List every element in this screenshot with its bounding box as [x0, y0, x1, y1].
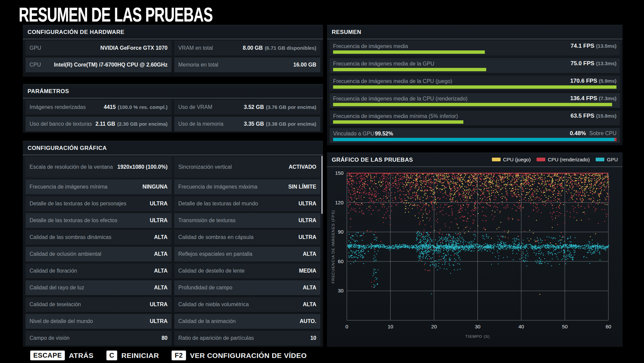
setting-label: Calidad del rayo de luz — [30, 284, 84, 291]
setting-value: ULTRA — [298, 234, 316, 240]
y-tick-label: 30 — [338, 288, 343, 293]
settings-row: Escala de resolución de la ventana1920x1… — [26, 157, 320, 177]
gpu-bound-bar-teal — [333, 138, 614, 141]
setting-value: ACTIVADO — [289, 164, 316, 170]
summary-metric-row: Frecuencia de imágenes media de la CPU (… — [330, 76, 620, 90]
parameters-title: PARÁMETROS — [23, 84, 323, 98]
setting-label: Calidad de oclusión ambiental — [30, 251, 101, 257]
setting-value: ALTA — [154, 251, 168, 257]
settings-row: GPUNVIDIA GeForce GTX 1070VRAM en total8… — [26, 41, 320, 55]
chart-legend: CPU (juego)CPU (renderizado)GPU — [492, 157, 618, 162]
metric-values: 136.4 FPS(7.3ms) — [570, 95, 616, 102]
settings-row: CPUIntel(R) Core(TM) i7-6700HQ CPU @ 2.6… — [26, 57, 320, 72]
setting-value-group: ALTA — [154, 268, 168, 274]
footer-action[interactable]: F2VER CONFIGURACIÓN DE VÍDEO — [172, 351, 307, 360]
summary-metric-row: Frecuencia de imágenes media de la CPU (… — [330, 93, 620, 108]
metric-fps-value: 170.6 FPS — [570, 78, 597, 84]
setting-label: Calidad de floración — [30, 268, 77, 274]
metric-fps-value: 136.4 FPS — [570, 95, 597, 102]
benchmark-chart-panel: GRÁFICO DE LAS PRUEBAS CPU (juego)CPU (r… — [327, 153, 623, 347]
metric-fps-value: 75.0 FPS — [570, 60, 594, 67]
setting-value-extra: (6.71 GB disponibles) — [265, 45, 316, 51]
setting-cell: Profundidad de campoALTA — [174, 280, 320, 295]
hardware-config-title: CONFIGURACIÓN DE HARDWARE — [23, 25, 323, 39]
page-title: RESUMEN DE LAS PRUEBAS — [19, 3, 213, 26]
graphics-config-panel: CONFIGURACIÓN GRÁFICA Escala de resoluci… — [23, 141, 323, 347]
setting-cell: VRAM en total8.00 GB(6.71 GB disponibles… — [174, 41, 320, 55]
graphics-scrollbar[interactable] — [321, 156, 323, 214]
setting-label: Frecuencia de imágenes mínima — [30, 184, 107, 190]
summary-metric-row: Frecuencia de imágenes media mínima (5% … — [330, 111, 620, 125]
metric-values: 63.5 FPS(15.8ms) — [570, 113, 616, 119]
legend-item: GPU — [596, 157, 618, 162]
metric-fps-value: 63.5 FPS — [570, 113, 594, 119]
legend-swatch — [537, 158, 545, 161]
setting-label: Transmisión de texturas — [178, 217, 235, 224]
footer-action[interactable]: CREINICIAR — [106, 351, 159, 360]
setting-cell: Transmisión de texturasULTRA — [174, 213, 320, 228]
setting-cell: Campo de visión80 — [26, 331, 172, 346]
setting-value: 8.00 GB — [243, 45, 263, 51]
setting-label: Ratio de aparición de partículas — [178, 335, 254, 341]
setting-cell: Nivel de detalle del mundoULTRA — [26, 314, 172, 329]
keycap-f2[interactable]: F2 — [172, 351, 186, 360]
setting-value: ALTA — [154, 268, 168, 274]
metric-label: Frecuencia de imágenes media mínima (5% … — [333, 113, 458, 119]
setting-value-group: 2.11 GB(2.30 GB por encima) — [95, 121, 168, 127]
setting-label: Calidad de la animación — [178, 318, 236, 324]
setting-cell: Detalle de las texturas de los personaje… — [26, 196, 172, 211]
setting-cell: Frecuencia de imágenes máximaSIN LÍMITE — [174, 179, 320, 194]
setting-label: Profundidad de campo — [178, 284, 232, 291]
setting-value-group: MEDIA — [299, 268, 316, 274]
y-tick-label: 150 — [335, 170, 343, 176]
setting-cell: Calidad de la animaciónAUTO. — [174, 314, 320, 329]
setting-label: Detalle de las texturas de los personaje… — [30, 200, 126, 207]
footer-action[interactable]: ESCAPEATRÁS — [30, 351, 94, 360]
fps-cap-line-red — [347, 173, 608, 173]
summary-metric-row: Frecuencia de imágenes media de la GPU75… — [330, 58, 620, 73]
legend-item: CPU (juego) — [492, 157, 531, 162]
gpu-bound-row: Vinculado a GPU99.52%0.48%Sobre CPU — [330, 128, 620, 143]
metric-bar-track — [333, 120, 616, 124]
setting-cell: Uso del banco de texturas2.11 GB(2.30 GB… — [26, 117, 172, 131]
metric-bar-track — [333, 85, 616, 89]
cpu-bound-values: 0.48%Sobre CPU — [570, 130, 616, 137]
setting-value-group: 4415(100.0 % res. compl.) — [104, 104, 168, 110]
setting-cell: CPUIntel(R) Core(TM) i7-6700HQ CPU @ 2.6… — [26, 57, 172, 72]
gpu-bound-bar-red — [614, 138, 616, 141]
metric-values: 75.0 FPS(13.3ms) — [570, 60, 616, 67]
metric-ms-value: (15.8ms) — [596, 113, 616, 119]
setting-value-group: 3.35 GB(3.38 GB por encima) — [244, 121, 316, 127]
summary-metric-row: Frecuencia de imágenes media74.1 FPS(13.… — [330, 41, 620, 55]
setting-value: NINGUNA — [142, 184, 168, 190]
scatter-series-cpu-renderizado — [347, 173, 609, 288]
setting-value-group: ULTRA — [150, 301, 168, 308]
x-tick-label: 60 — [606, 324, 611, 329]
keycap-escape[interactable]: ESCAPE — [30, 351, 65, 360]
metric-bar-fill — [333, 50, 485, 54]
benchmark-summary-screen: RESUMEN DE LAS PRUEBAS CONFIGURACIÓN DE … — [0, 0, 644, 363]
setting-label: Sincronización vertical — [178, 164, 232, 170]
y-axis-title: FRECUENCIA DE IMÁGENES (FPS) — [331, 210, 335, 283]
setting-label: Detalle de las texturas de los efectos — [30, 217, 117, 224]
hardware-config-panel: CONFIGURACIÓN DE HARDWARE GPUNVIDIA GeFo… — [23, 25, 323, 77]
setting-cell: Reflejos espaciales en pantallaALTA — [174, 247, 320, 261]
setting-value: Intel(R) Core(TM) i7-6700HQ CPU @ 2.60GH… — [54, 62, 168, 68]
metric-bar-track — [333, 103, 616, 106]
setting-value: 16.00 GB — [293, 62, 316, 68]
scatter-series-gpu — [348, 231, 609, 294]
setting-value: 3.52 GB — [244, 104, 264, 110]
footer-keybar: ESCAPEATRÁSCREINICIARF2VER CONFIGURACIÓN… — [30, 351, 307, 360]
setting-cell: Calidad de sombras en cápsulaULTRA — [174, 230, 320, 245]
setting-label: CPU — [30, 62, 41, 68]
metric-ms-value: (5.9ms) — [599, 78, 616, 84]
setting-cell: Calidad de niebla volumétricaALTA — [174, 297, 320, 312]
metric-bar-fill — [333, 103, 612, 106]
setting-value-group: ALTA — [154, 251, 168, 257]
keycap-c[interactable]: C — [106, 351, 118, 360]
metric-bar-fill — [333, 120, 463, 124]
gpu-bound-label: Vinculado a GPU99.52% — [333, 130, 393, 137]
setting-value-group: NVIDIA GeForce GTX 1070 — [100, 45, 168, 51]
settings-row: Detalle de las texturas de los personaje… — [26, 196, 320, 211]
gpu-bound-pct: 99.52% — [375, 131, 393, 136]
